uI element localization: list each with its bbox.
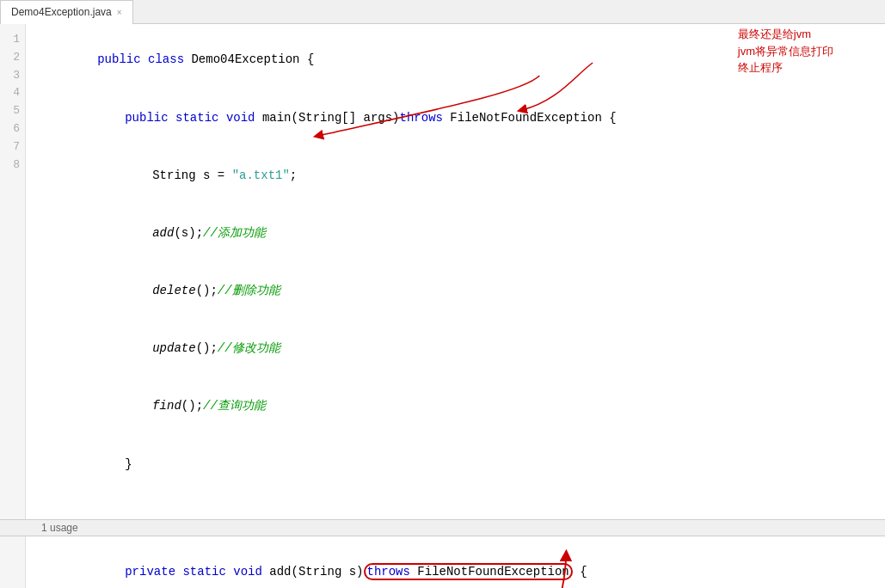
code-line-5: delete();//删除功能 [40,262,885,320]
file-tab[interactable]: Demo4Exception.java × [0,0,133,24]
code-line-4: add(s);//添加功能 [40,205,885,262]
annotation-line1: 最终还是给jvm [738,26,833,43]
code-line-6: update();//修改功能 [40,320,885,377]
annotation-text: 最终还是给jvm jvm将异常信息打印 终止程序 [738,26,833,77]
code-line-7: find();//查询功能 [40,377,885,435]
code-line-2: public static void main(String[] args)th… [40,89,885,146]
annotation-line3: 终止程序 [738,59,833,77]
close-icon[interactable]: × [117,8,122,17]
annotation-line2: jvm将异常信息打印 [738,43,833,60]
code-line-10: private static void add(String s)throws … [40,543,885,588]
code-line-8: } [40,435,885,493]
code-bottom: private static void add(String s)throws … [26,536,885,588]
usage-divider: 1 usage [0,519,885,536]
code-line-9 [40,493,885,511]
editor-container: 1 2 3 4 5 6 7 8 public class Demo04Excep… [0,24,885,588]
usage-label: 1 usage [41,522,78,534]
tab-bar: Demo4Exception.java × [0,0,885,24]
code-top: public class Demo04Exception { public st… [26,24,885,519]
line-numbers-bottom [0,536,26,588]
code-line-3: String s = "a.txt1"; [40,146,885,204]
tab-filename: Demo4Exception.java [11,6,112,18]
line-numbers-top: 1 2 3 4 5 6 7 8 [0,24,26,519]
